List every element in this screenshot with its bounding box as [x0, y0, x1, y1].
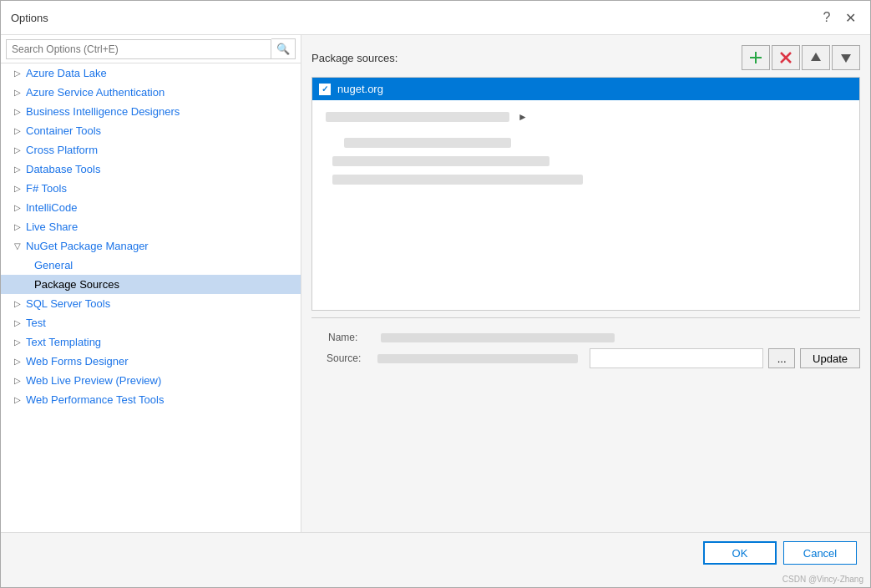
- sidebar-item-cross-platform[interactable]: ▷ Cross Platform: [1, 140, 301, 160]
- search-box: 🔍: [1, 35, 301, 63]
- title-controls: ? ✕: [817, 8, 860, 28]
- sidebar-item-label: F# Tools: [26, 182, 67, 195]
- expand-arrow: ▷: [14, 318, 23, 327]
- name-value-blurred: [381, 333, 615, 342]
- expand-arrow: ▷: [14, 299, 23, 308]
- add-icon: [748, 50, 763, 65]
- browse-source-button[interactable]: ...: [768, 348, 795, 368]
- source-label: Source:: [327, 352, 372, 364]
- sidebar-item-label: SQL Server Tools: [26, 297, 110, 310]
- package-list-item-blurred-2[interactable]: [312, 134, 859, 152]
- expand-arrow: ▷: [14, 395, 23, 404]
- expand-arrow: ▷: [14, 357, 23, 366]
- package-list-item-blurred-3[interactable]: [312, 152, 859, 170]
- sidebar-item-live-share[interactable]: ▷ Live Share: [1, 217, 301, 236]
- expand-arrow: ▷: [14, 222, 23, 231]
- detail-section: Name: Source: ... Update: [311, 325, 860, 377]
- blurred-label-4: [332, 175, 583, 185]
- name-label: Name:: [328, 332, 374, 343]
- sidebar-item-label: Cross Platform: [26, 144, 98, 156]
- left-panel: 🔍 ▷ Azure Data Lake ▷ Azure Service Auth…: [1, 35, 301, 532]
- sidebar-item-label: IntelliCode: [26, 201, 77, 214]
- cancel-button[interactable]: Cancel: [783, 541, 857, 565]
- sidebar-item-label: Container Tools: [26, 124, 101, 137]
- update-source-button[interactable]: Update: [800, 348, 860, 368]
- expand-arrow: ▷: [14, 126, 23, 135]
- expand-arrow: ▷: [14, 165, 23, 174]
- close-button[interactable]: ✕: [840, 8, 860, 28]
- down-arrow-icon: [838, 50, 853, 65]
- sidebar-item-label: NuGet Package Manager: [26, 240, 149, 252]
- separator: [311, 317, 860, 318]
- source-value-blurred: [377, 354, 578, 363]
- sidebar-item-label: Web Performance Test Tools: [26, 393, 164, 406]
- expand-icon-1[interactable]: ►: [516, 104, 529, 129]
- sidebar-item-test[interactable]: ▷ Test: [1, 313, 301, 332]
- nuget-checkbox[interactable]: [319, 84, 331, 95]
- sidebar-item-general[interactable]: General: [1, 256, 301, 275]
- sidebar-item-database-tools[interactable]: ▷ Database Tools: [1, 160, 301, 179]
- sidebar-item-label: Web Forms Designer: [26, 355, 129, 368]
- blurred-label-3: [332, 156, 549, 166]
- nuget-label: nuget.org: [337, 83, 383, 95]
- tree-container: ▷ Azure Data Lake ▷ Azure Service Authen…: [1, 63, 301, 532]
- sidebar-item-label: Database Tools: [26, 163, 100, 175]
- source-detail-row: Source: ... Update: [311, 348, 860, 368]
- toolbar-buttons: [742, 45, 860, 70]
- expand-arrow: ▷: [14, 107, 23, 116]
- package-list-item-blurred-1[interactable]: ►: [312, 100, 859, 134]
- sidebar-item-label: Text Templating: [26, 336, 101, 348]
- sidebar-item-label: Business Intelligence Designers: [26, 105, 180, 118]
- sidebar-item-fsharp-tools[interactable]: ▷ F# Tools: [1, 179, 301, 198]
- sidebar-item-package-sources[interactable]: Package Sources: [1, 275, 301, 294]
- search-input[interactable]: [6, 39, 271, 59]
- sidebar-item-label: Web Live Preview (Preview): [26, 374, 161, 387]
- sidebar-item-web-perf-test[interactable]: ▷ Web Performance Test Tools: [1, 390, 301, 409]
- help-button[interactable]: ?: [817, 8, 837, 28]
- sidebar-item-sql-server-tools[interactable]: ▷ SQL Server Tools: [1, 294, 301, 313]
- expand-arrow: ▷: [14, 337, 23, 347]
- sidebar-item-azure-service-auth[interactable]: ▷ Azure Service Authentication: [1, 83, 301, 102]
- package-sources-title: Package sources:: [311, 52, 398, 64]
- sidebar-item-intellicode[interactable]: ▷ IntelliCode: [1, 198, 301, 217]
- sidebar-item-label: Test: [26, 317, 46, 329]
- source-input[interactable]: [590, 348, 763, 368]
- dialog-title: Options: [11, 12, 48, 24]
- sidebar-item-azure-data-lake[interactable]: ▷ Azure Data Lake: [1, 63, 301, 83]
- watermark: CSDN @Vincy-Zhang: [1, 573, 870, 587]
- add-source-button[interactable]: [742, 45, 770, 70]
- package-list[interactable]: nuget.org ►: [311, 77, 860, 311]
- sidebar-item-container-tools[interactable]: ▷ Container Tools: [1, 121, 301, 140]
- svg-rect-1: [750, 57, 762, 58]
- blurred-label-2: [344, 138, 511, 148]
- sidebar-item-text-templating[interactable]: ▷ Text Templating: [1, 332, 301, 352]
- expand-arrow: ▷: [14, 68, 23, 78]
- expand-arrow: ▷: [14, 145, 23, 155]
- ok-button[interactable]: OK: [703, 541, 777, 565]
- search-button[interactable]: 🔍: [271, 38, 296, 59]
- move-down-button[interactable]: [832, 45, 860, 70]
- sidebar-item-business-intelligence[interactable]: ▷ Business Intelligence Designers: [1, 102, 301, 121]
- dialog-body: 🔍 ▷ Azure Data Lake ▷ Azure Service Auth…: [1, 35, 870, 532]
- sidebar-item-label: Live Share: [26, 220, 78, 233]
- expand-arrow: ▽: [14, 241, 23, 251]
- sidebar-item-label: Azure Service Authentication: [26, 86, 165, 99]
- sidebar-item-web-forms-designer[interactable]: ▷ Web Forms Designer: [1, 352, 301, 371]
- name-detail-row: Name:: [311, 332, 860, 343]
- svg-marker-5: [841, 54, 851, 63]
- remove-source-button[interactable]: [772, 45, 800, 70]
- expand-arrow: ▷: [14, 203, 23, 212]
- expand-arrow: ▷: [14, 88, 23, 97]
- package-list-item-blurred-4[interactable]: [312, 170, 859, 189]
- package-sources-header: Package sources:: [311, 45, 860, 70]
- svg-marker-4: [811, 53, 821, 61]
- title-bar: Options ? ✕: [1, 1, 870, 35]
- sidebar-item-web-live-preview[interactable]: ▷ Web Live Preview (Preview): [1, 371, 301, 390]
- package-list-item-nuget[interactable]: nuget.org: [312, 78, 859, 100]
- dialog-footer: OK Cancel: [1, 532, 870, 573]
- move-up-button[interactable]: [802, 45, 830, 70]
- expand-arrow: ▷: [14, 184, 23, 193]
- sidebar-item-label: Azure Data Lake: [26, 67, 107, 79]
- remove-icon: [778, 50, 793, 65]
- sidebar-item-nuget-package-manager[interactable]: ▽ NuGet Package Manager: [1, 236, 301, 256]
